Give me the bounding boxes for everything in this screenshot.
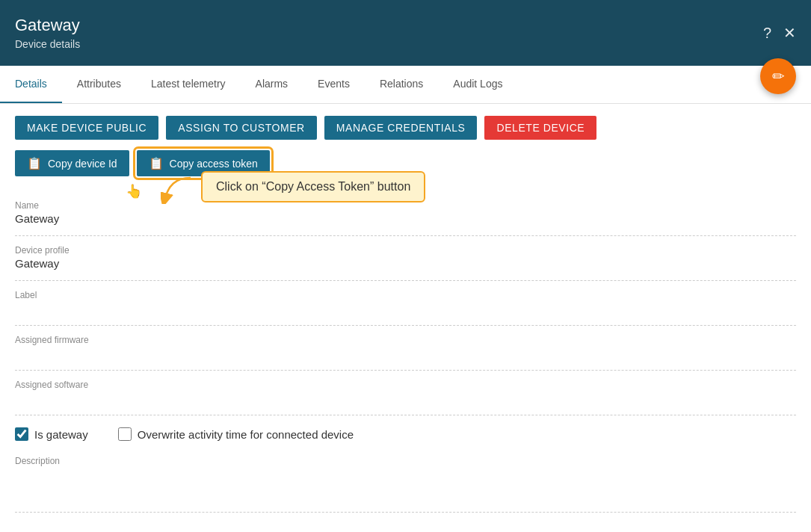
annotation: Click on “Copy Access Token” button — [161, 171, 425, 204]
content-area: Make device public Assign to customer Ma… — [0, 104, 811, 532]
label-value — [15, 302, 796, 326]
make-device-public-button[interactable]: Make device public — [15, 116, 158, 140]
copy-device-id-icon: 📋 — [27, 156, 42, 170]
manage-credentials-button[interactable]: Manage credentials — [324, 116, 478, 140]
assigned-firmware-label: Assigned firmware — [15, 326, 796, 345]
checkboxes-row: Is gateway Overwrite activity time for c… — [15, 415, 796, 447]
assigned-firmware-field-group: Assigned firmware — [15, 326, 796, 371]
delete-device-button[interactable]: Delete device — [484, 116, 596, 140]
copy-device-id-label: Copy device Id — [48, 158, 117, 170]
overwrite-activity-label: Overwrite activity time for connected de… — [138, 428, 354, 441]
copy-buttons-row: 📋 Copy device Id 📋 Copy access token Cli… — [15, 150, 796, 176]
is-gateway-checkbox-item[interactable]: Is gateway — [15, 427, 88, 441]
description-field-group: Description — [15, 447, 796, 513]
assigned-software-value — [15, 392, 796, 415]
overwrite-activity-checkbox[interactable] — [118, 427, 132, 441]
name-value: Gateway — [15, 212, 796, 236]
tooltip-box: Click on “Copy Access Token” button — [201, 171, 425, 202]
tab-latest-telemetry[interactable]: Latest telemetry — [136, 66, 241, 103]
label-label: Label — [15, 281, 796, 300]
arrow-icon — [161, 174, 198, 204]
tab-events[interactable]: Events — [303, 66, 365, 103]
device-profile-field-group: Device profile Gateway — [15, 236, 796, 281]
copy-access-token-label: Copy access token — [170, 158, 258, 170]
assigned-software-label: Assigned software — [15, 371, 796, 390]
header: Gateway Device details ? ✕ — [0, 0, 811, 66]
tooltip-text: Click on “Copy Access Token” button — [216, 180, 410, 193]
device-profile-label: Device profile — [15, 236, 796, 256]
header-right: ? ✕ — [763, 24, 796, 42]
tabs-bar: Details Attributes Latest telemetry Alar… — [0, 66, 811, 104]
device-profile-value: Gateway — [15, 257, 796, 281]
tab-details[interactable]: Details — [0, 66, 62, 103]
tab-relations[interactable]: Relations — [365, 66, 438, 103]
close-icon[interactable]: ✕ — [783, 24, 796, 42]
description-value — [15, 468, 796, 513]
copy-device-id-button[interactable]: 📋 Copy device Id — [15, 150, 129, 176]
copy-access-token-icon: 📋 — [149, 156, 164, 170]
header-left: Gateway Device details — [15, 16, 80, 50]
label-field-group: Label — [15, 281, 796, 326]
edit-fab-button[interactable]: ✏ — [760, 58, 796, 94]
tab-alarms[interactable]: Alarms — [241, 66, 303, 103]
is-gateway-label: Is gateway — [34, 428, 88, 441]
action-buttons-row: Make device public Assign to customer Ma… — [15, 116, 796, 140]
assigned-software-field-group: Assigned software — [15, 371, 796, 415]
description-label: Description — [15, 447, 796, 466]
is-gateway-checkbox[interactable] — [15, 427, 28, 441]
page-subtitle: Device details — [15, 38, 80, 50]
tab-attributes[interactable]: Attributes — [62, 66, 136, 103]
help-icon[interactable]: ? — [763, 25, 771, 42]
page-title: Gateway — [15, 16, 80, 35]
overwrite-activity-checkbox-item[interactable]: Overwrite activity time for connected de… — [118, 427, 354, 441]
assigned-firmware-value — [15, 347, 796, 371]
tab-audit-logs[interactable]: Audit Logs — [438, 66, 517, 103]
assign-to-customer-button[interactable]: Assign to customer — [166, 116, 317, 140]
